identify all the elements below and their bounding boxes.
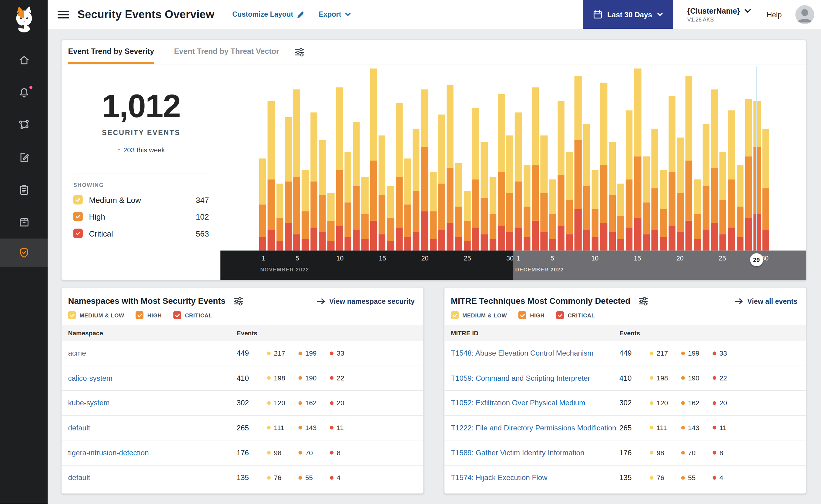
stacked-bar[interactable] xyxy=(711,66,718,250)
sidebar-item-alerts[interactable] xyxy=(0,76,48,109)
stacked-bar[interactable] xyxy=(370,66,377,250)
user-avatar[interactable] xyxy=(795,5,814,24)
stacked-bar[interactable] xyxy=(651,66,658,250)
stacked-bar[interactable] xyxy=(532,66,539,250)
severity-filter[interactable]: MEDIUM & LOW xyxy=(68,311,124,319)
stacked-bar[interactable] xyxy=(430,66,437,250)
severity-filter[interactable]: CRITICAL xyxy=(173,311,212,319)
stacked-bar[interactable] xyxy=(523,66,530,250)
stacked-bar[interactable] xyxy=(379,66,386,250)
severity-filter[interactable]: MEDIUM & LOW xyxy=(451,311,507,319)
help-link[interactable]: Help xyxy=(767,10,782,19)
namespace-link[interactable]: kube-system xyxy=(68,399,237,407)
tab-event-trend-by-severity[interactable]: Event Trend by Severity xyxy=(68,40,154,64)
stacked-bar[interactable] xyxy=(720,66,726,250)
stacked-bar[interactable] xyxy=(643,66,650,250)
view-namespace-security-link[interactable]: View namespace security xyxy=(317,297,415,305)
severity-filter[interactable]: CRITICAL xyxy=(556,311,595,319)
severity-checkbox[interactable] xyxy=(68,311,76,319)
current-day-badge[interactable]: 29 xyxy=(750,253,763,266)
stacked-bar[interactable] xyxy=(745,66,752,250)
stacked-bar[interactable] xyxy=(268,66,275,250)
severity-checkbox[interactable] xyxy=(518,311,526,319)
stacked-bar[interactable] xyxy=(669,66,676,250)
stacked-bar[interactable] xyxy=(438,66,445,250)
severity-checkbox[interactable] xyxy=(173,311,181,319)
severity-checkbox[interactable] xyxy=(73,212,83,221)
stacked-bar[interactable] xyxy=(421,66,428,250)
severity-checkbox[interactable] xyxy=(451,311,459,319)
stacked-bar[interactable] xyxy=(336,66,343,250)
stacked-bar[interactable] xyxy=(762,66,769,250)
stacked-bar[interactable] xyxy=(293,66,300,250)
severity-checkbox[interactable] xyxy=(556,311,564,319)
stacked-bar[interactable] xyxy=(557,66,564,250)
stacked-bar[interactable] xyxy=(481,66,488,250)
mitre-technique-link[interactable]: T1574: Hijack Execution Flow xyxy=(451,473,620,482)
sidebar-item-security-events[interactable] xyxy=(0,239,48,267)
customize-layout-button[interactable]: Customize Layout xyxy=(232,11,304,18)
stacked-bar[interactable] xyxy=(737,66,744,250)
stacked-bar[interactable] xyxy=(327,66,334,250)
mitre-technique-link[interactable]: T1222: File and Directory Permissions Mo… xyxy=(451,423,620,432)
cluster-selector[interactable]: {ClusterName} V1.26 AKS xyxy=(687,7,751,22)
stacked-bar[interactable] xyxy=(754,66,761,250)
stacked-bar[interactable] xyxy=(728,66,735,250)
stacked-bar[interactable] xyxy=(276,66,283,250)
trend-filter-button[interactable] xyxy=(295,48,305,56)
date-range-button[interactable]: Last 30 Days xyxy=(583,0,674,29)
stacked-bar[interactable] xyxy=(609,66,616,250)
namespace-link[interactable]: calico-system xyxy=(68,374,237,382)
sidebar-item-compliance[interactable] xyxy=(0,174,48,206)
namespace-link[interactable]: tigera-intrusion-detection xyxy=(68,449,237,457)
stacked-bar[interactable] xyxy=(660,66,667,250)
severity-checkbox[interactable] xyxy=(73,229,83,238)
stacked-bar[interactable] xyxy=(498,66,505,250)
namespace-link[interactable]: acme xyxy=(68,349,237,357)
mitre-technique-link[interactable]: T1052: Exfiltration Over Physical Medium xyxy=(451,399,620,407)
stacked-bar[interactable] xyxy=(574,66,581,250)
stacked-bar[interactable] xyxy=(634,66,641,250)
stacked-bar[interactable] xyxy=(472,66,479,250)
stacked-bar[interactable] xyxy=(361,66,368,250)
calico-logo[interactable] xyxy=(10,4,38,32)
stacked-bar[interactable] xyxy=(677,66,684,250)
stacked-bar[interactable] xyxy=(404,66,411,250)
stacked-bar[interactable] xyxy=(592,66,599,250)
stacked-bar[interactable] xyxy=(447,66,454,250)
mitre-technique-link[interactable]: T1059: Command and Scripting Interpreter xyxy=(451,374,620,382)
stacked-bar[interactable] xyxy=(353,66,360,250)
stacked-bar[interactable] xyxy=(686,66,693,250)
stacked-bar[interactable] xyxy=(344,66,351,250)
events-trend-chart[interactable]: 151015202530NOVEMBER 2022151015202530DEC… xyxy=(221,64,806,280)
stacked-bar[interactable] xyxy=(566,66,573,250)
sidebar-item-home[interactable] xyxy=(0,44,48,76)
namespace-link[interactable]: default xyxy=(68,473,237,482)
stacked-bar[interactable] xyxy=(455,66,462,250)
sidebar-item-service-graph[interactable] xyxy=(0,109,48,141)
stacked-bar[interactable] xyxy=(600,66,607,250)
stacked-bar[interactable] xyxy=(302,66,309,250)
mitre-technique-link[interactable]: T1589: Gather Victim Identity Informatio… xyxy=(451,449,620,457)
stacked-bar[interactable] xyxy=(387,66,394,250)
severity-filter[interactable]: HIGH xyxy=(136,311,162,319)
view-all-events-link[interactable]: View all events xyxy=(735,297,797,305)
stacked-bar[interactable] xyxy=(311,66,318,250)
mitre-technique-link[interactable]: T1548: Abuse Elevation Control Mechanism xyxy=(451,349,620,357)
stacked-bar[interactable] xyxy=(396,66,403,250)
stacked-bar[interactable] xyxy=(489,66,496,250)
stacked-bar[interactable] xyxy=(506,66,513,250)
export-button[interactable]: Export xyxy=(319,11,351,18)
stacked-bar[interactable] xyxy=(319,66,326,250)
stacked-bar[interactable] xyxy=(464,66,471,250)
stacked-bar[interactable] xyxy=(694,66,701,250)
namespaces-filter-button[interactable] xyxy=(234,297,244,306)
stacked-bar[interactable] xyxy=(617,66,624,250)
severity-checkbox[interactable] xyxy=(73,195,83,204)
stacked-bar[interactable] xyxy=(259,66,266,250)
stacked-bar[interactable] xyxy=(549,66,556,250)
stacked-bar[interactable] xyxy=(285,66,292,250)
sidebar-item-images[interactable] xyxy=(0,206,48,238)
sidebar-item-policies[interactable] xyxy=(0,141,48,174)
severity-checkbox[interactable] xyxy=(136,311,144,319)
